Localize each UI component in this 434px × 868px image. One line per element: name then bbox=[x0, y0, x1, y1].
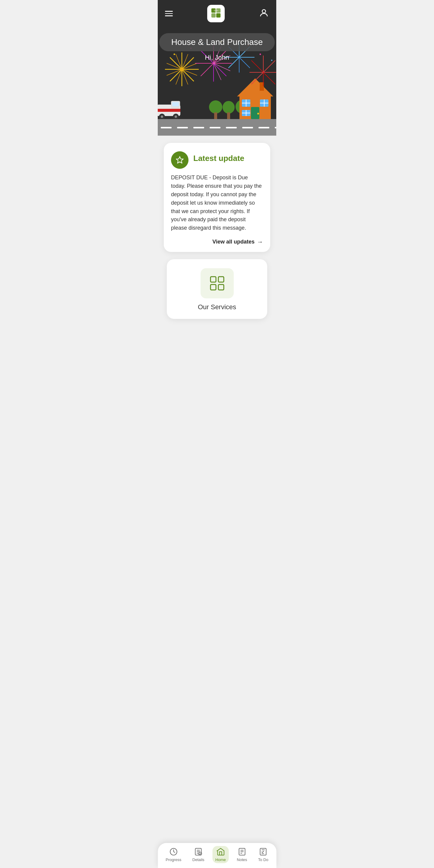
tree-2 bbox=[223, 101, 235, 119]
nav-item-notes[interactable]: Notes bbox=[234, 846, 250, 863]
svg-line-18 bbox=[167, 69, 182, 75]
svg-line-48 bbox=[252, 61, 263, 72]
nav-item-progress[interactable]: Progress bbox=[163, 846, 184, 863]
svg-line-20 bbox=[176, 54, 182, 69]
project-title: House & Land Purchase bbox=[171, 37, 263, 47]
svg-line-31 bbox=[213, 63, 230, 71]
svg-rect-81 bbox=[210, 284, 216, 290]
svg-line-15 bbox=[182, 69, 197, 75]
nav-label-todo: To Do bbox=[258, 858, 268, 862]
app-header bbox=[158, 0, 276, 27]
svg-point-49 bbox=[174, 54, 175, 55]
update-icon-circle bbox=[171, 151, 189, 169]
svg-rect-2 bbox=[211, 13, 215, 18]
svg-line-36 bbox=[239, 57, 250, 68]
services-icon-bg bbox=[201, 268, 234, 299]
project-title-pill: House & Land Purchase bbox=[159, 33, 275, 51]
services-card[interactable]: Our Services bbox=[167, 259, 267, 319]
svg-line-12 bbox=[170, 58, 182, 69]
svg-line-19 bbox=[167, 63, 182, 69]
app-logo bbox=[210, 7, 222, 20]
svg-line-42 bbox=[263, 61, 275, 72]
update-card-title: Latest update bbox=[193, 151, 244, 163]
details-icon bbox=[194, 847, 203, 856]
progress-icon bbox=[169, 847, 178, 856]
content-area: Latest update DEPOSIT DUE - Deposit is D… bbox=[158, 135, 276, 355]
svg-point-77 bbox=[257, 113, 259, 115]
svg-point-4 bbox=[262, 10, 265, 13]
svg-rect-65 bbox=[260, 82, 264, 91]
nav-item-home[interactable]: Home bbox=[212, 846, 229, 863]
nav-item-details[interactable]: Details bbox=[190, 846, 207, 863]
svg-point-54 bbox=[260, 54, 261, 55]
svg-rect-82 bbox=[219, 284, 224, 290]
svg-marker-64 bbox=[237, 79, 273, 96]
svg-line-24 bbox=[213, 63, 226, 76]
road bbox=[158, 119, 276, 135]
svg-line-26 bbox=[201, 63, 213, 76]
svg-line-10 bbox=[170, 69, 182, 81]
svg-line-8 bbox=[182, 69, 194, 81]
svg-rect-80 bbox=[219, 277, 224, 282]
hero-scene bbox=[158, 82, 276, 135]
home-icon bbox=[216, 847, 225, 856]
bottom-nav: Progress Details Home Notes bbox=[158, 843, 276, 868]
notes-icon bbox=[237, 847, 247, 856]
van-icon bbox=[158, 98, 182, 119]
nav-label-details: Details bbox=[193, 858, 204, 862]
update-card: Latest update DEPOSIT DUE - Deposit is D… bbox=[164, 143, 270, 252]
road-dashes bbox=[158, 127, 276, 128]
update-card-header: Latest update bbox=[171, 151, 263, 169]
view-all-updates-link[interactable]: View all updates → bbox=[171, 239, 263, 245]
arrow-icon: → bbox=[257, 239, 263, 245]
nav-item-todo[interactable]: To Do bbox=[255, 846, 271, 863]
tree-1 bbox=[209, 100, 222, 119]
todo-icon bbox=[259, 847, 268, 856]
svg-line-6 bbox=[182, 58, 194, 69]
star-icon bbox=[176, 156, 184, 164]
svg-rect-79 bbox=[210, 277, 216, 282]
svg-line-32 bbox=[213, 63, 221, 80]
hero-section: House & Land Purchase Hi, John bbox=[158, 27, 276, 135]
view-all-label: View all updates bbox=[212, 239, 255, 245]
user-profile-button[interactable] bbox=[259, 8, 269, 19]
services-label: Our Services bbox=[198, 303, 236, 311]
nav-label-home: Home bbox=[215, 858, 226, 862]
nav-label-notes: Notes bbox=[237, 858, 247, 862]
grid-icon bbox=[209, 275, 226, 292]
svg-line-13 bbox=[182, 54, 188, 69]
nav-label-progress: Progress bbox=[166, 858, 181, 862]
svg-marker-78 bbox=[176, 156, 183, 163]
svg-rect-59 bbox=[172, 102, 179, 106]
svg-point-55 bbox=[271, 60, 272, 61]
menu-button[interactable] bbox=[165, 11, 173, 16]
svg-line-14 bbox=[182, 63, 197, 69]
update-card-body: DEPOSIT DUE - Deposit is Due today. Plea… bbox=[171, 174, 263, 232]
svg-line-38 bbox=[229, 57, 239, 68]
greeting-text: Hi, John bbox=[205, 54, 229, 61]
svg-rect-57 bbox=[158, 109, 180, 112]
svg-rect-3 bbox=[216, 13, 220, 18]
house-icon bbox=[234, 77, 276, 119]
svg-point-63 bbox=[175, 116, 177, 118]
svg-point-61 bbox=[161, 116, 163, 118]
logo-container bbox=[207, 5, 225, 22]
